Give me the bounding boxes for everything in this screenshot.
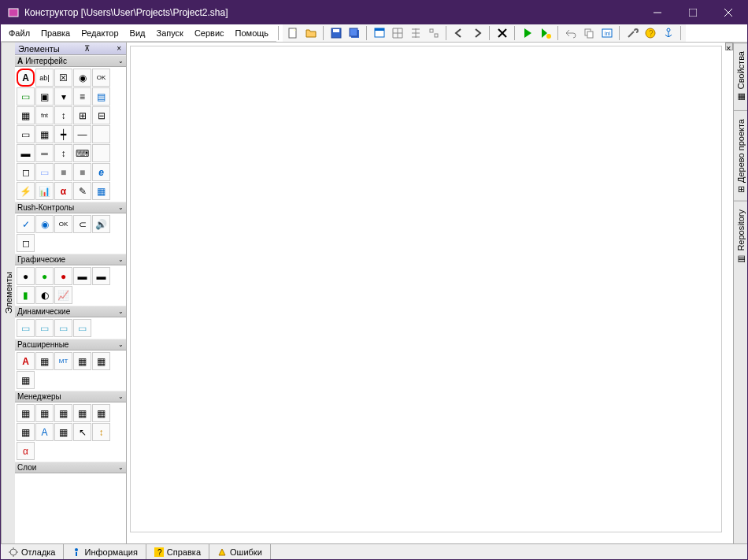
menu-view[interactable]: Вид: [125, 27, 150, 39]
bevel-tool[interactable]: ▭: [35, 163, 54, 181]
edit-tool[interactable]: ab|: [35, 69, 54, 87]
palette-title-bar[interactable]: Элементы ⊼ ×: [15, 43, 126, 55]
mgr9-tool[interactable]: ↖: [73, 423, 91, 441]
section-graphic[interactable]: Графические⌄: [15, 254, 126, 265]
track-tool[interactable]: ═: [35, 144, 54, 162]
close-button[interactable]: [710, 2, 746, 24]
alpha-tool[interactable]: α: [54, 182, 72, 200]
mgr6-tool[interactable]: ▦: [17, 423, 35, 441]
graph-tool[interactable]: 📈: [54, 286, 72, 304]
section-interface[interactable]: A Интерфейс ⌄: [15, 55, 126, 67]
spin-tool[interactable]: ↕: [54, 144, 72, 162]
canvas-close-icon[interactable]: ×: [725, 43, 733, 50]
label-ex-tool[interactable]: A: [17, 352, 35, 370]
mgr8-tool[interactable]: ▦: [54, 423, 72, 441]
save-all-button[interactable]: [346, 25, 363, 41]
browser-tool[interactable]: e: [92, 163, 110, 181]
led-green-tool[interactable]: ●: [35, 267, 54, 285]
layer2-tool[interactable]: ▭: [35, 319, 54, 337]
combo-tool[interactable]: ▾: [54, 87, 72, 106]
section-layers[interactable]: Слои⌄: [15, 462, 126, 473]
undo-button[interactable]: [562, 25, 580, 41]
errors-tab[interactable]: Ошибки: [209, 544, 271, 559]
new-button[interactable]: [284, 25, 302, 41]
mgr3-tool[interactable]: ▦: [54, 404, 72, 422]
mgr11-tool[interactable]: α: [17, 442, 35, 460]
meter-tool[interactable]: ▮: [17, 286, 35, 304]
layer4-tool[interactable]: ▭: [73, 319, 91, 337]
properties-tab[interactable]: ▦ Свойства: [734, 43, 747, 110]
empty-tool[interactable]: [92, 125, 110, 143]
radio-tool[interactable]: ◉: [73, 69, 91, 87]
grid2-tool[interactable]: ▦: [92, 352, 110, 370]
info-tab[interactable]: Информация: [64, 544, 146, 559]
section-extended[interactable]: Расширенные⌄: [15, 339, 126, 350]
splitter-tool[interactable]: ┿: [54, 125, 72, 143]
debug-tab[interactable]: Отладка: [1, 544, 64, 559]
mgr5-tool[interactable]: ▦: [92, 404, 110, 422]
calendar-tool[interactable]: ▦: [92, 182, 110, 200]
palette-pin-icon[interactable]: ⊼: [83, 44, 91, 53]
button-tool[interactable]: OK: [92, 69, 110, 87]
shape-tool[interactable]: ◻: [17, 163, 35, 181]
section-managers[interactable]: Менеджеры⌄: [15, 391, 126, 402]
brush-tool[interactable]: ✎: [73, 182, 91, 200]
tools-button[interactable]: [624, 25, 641, 41]
align-button[interactable]: [407, 25, 424, 41]
rect-tool[interactable]: ■: [54, 163, 72, 181]
maximize-button[interactable]: [675, 2, 710, 24]
memo-tool[interactable]: ▤: [92, 87, 110, 106]
palette-close-icon[interactable]: ×: [115, 44, 123, 53]
empty2-tool[interactable]: [92, 144, 110, 162]
open-button[interactable]: [302, 25, 320, 41]
copy-button[interactable]: [580, 25, 598, 41]
checkbox-tool[interactable]: ☒: [54, 69, 72, 87]
menu-help[interactable]: Помощь: [231, 27, 274, 39]
rush-ok-tool[interactable]: OK: [54, 215, 72, 233]
bar1-tool[interactable]: ▬: [73, 267, 91, 285]
menu-run[interactable]: Запуск: [151, 27, 187, 39]
chart-tool[interactable]: 📊: [35, 182, 54, 200]
groupbox-tool[interactable]: ▣: [35, 87, 54, 106]
mgr7-tool[interactable]: A: [35, 423, 54, 441]
mgr1-tool[interactable]: ▦: [17, 404, 35, 422]
elements-tab[interactable]: Элементы: [1, 43, 15, 543]
info-button[interactable]: ini: [598, 25, 616, 41]
forward-button[interactable]: [468, 25, 486, 41]
delete-button[interactable]: [494, 25, 511, 41]
progress-tool[interactable]: ▬: [17, 144, 35, 162]
project-tree-tab[interactable]: ⊞ Дерево проекта: [734, 110, 747, 201]
back-button[interactable]: [450, 25, 468, 41]
minimize-button[interactable]: [639, 2, 675, 24]
listbox-tool[interactable]: ≡: [73, 87, 91, 106]
flash-tool[interactable]: ⚡: [17, 182, 35, 200]
dial-tool[interactable]: ◐: [35, 286, 54, 304]
scroll-tool[interactable]: ↕: [54, 106, 72, 124]
form-button[interactable]: [371, 25, 388, 41]
font-tool[interactable]: fnt: [35, 106, 54, 124]
menu-editor[interactable]: Редактор: [76, 27, 123, 39]
panel-tool[interactable]: ▭: [17, 87, 35, 106]
mgr2-tool[interactable]: ▦: [35, 404, 54, 422]
slider-tool[interactable]: —: [73, 125, 91, 143]
help-button[interactable]: ?: [642, 25, 659, 41]
anchor-button[interactable]: [660, 25, 677, 41]
image-tool[interactable]: ▦: [17, 106, 35, 124]
repository-tab[interactable]: ▤ Repository: [734, 201, 747, 273]
layer1-tool[interactable]: ▭: [17, 319, 35, 337]
rect2-tool[interactable]: ■: [73, 163, 91, 181]
led-tool[interactable]: ●: [17, 267, 35, 285]
grid-tool[interactable]: ⊟: [92, 106, 110, 124]
mgr10-tool[interactable]: ↕: [92, 423, 110, 441]
cal-tool[interactable]: ▦: [73, 352, 91, 370]
ext1-tool[interactable]: ▦: [17, 371, 35, 389]
bar2-tool[interactable]: ▬: [92, 267, 110, 285]
section-dynamic[interactable]: Динамические⌄: [15, 306, 126, 317]
section-rush[interactable]: Rush-Контролы⌄: [15, 202, 126, 213]
rush-volume-tool[interactable]: 🔊: [92, 215, 110, 233]
design-canvas[interactable]: [130, 46, 722, 532]
grid-button[interactable]: [389, 25, 406, 41]
save-button[interactable]: [328, 25, 345, 41]
run-with-button[interactable]: [537, 25, 554, 41]
tab-tool[interactable]: ▭: [17, 125, 35, 143]
